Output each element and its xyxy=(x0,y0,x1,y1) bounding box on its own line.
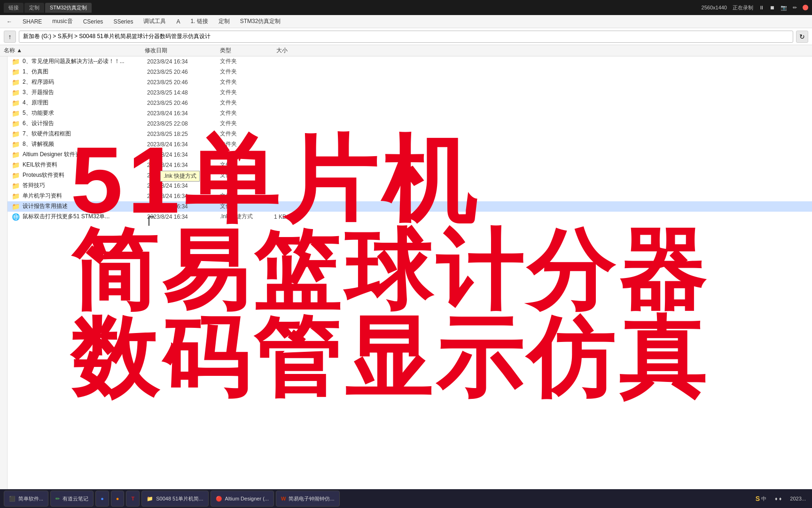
menu-bar: ← SHARE music音 CSeries SSeries 调试工具 A 1.… xyxy=(0,15,812,28)
col-date-header[interactable]: 修改日期 xyxy=(145,47,220,55)
taskbar-item-t[interactable]: T xyxy=(126,491,140,507)
tab-stm32[interactable]: STM32仿真定制 xyxy=(45,3,92,13)
recording-status: 正在录制 xyxy=(733,4,753,11)
menu-sseries[interactable]: SSeries xyxy=(109,17,138,26)
file-date: 2023/8/25 20:46 xyxy=(147,69,220,75)
file-type: 文件夹 xyxy=(220,130,274,138)
file-type: 文件夹 xyxy=(220,202,274,210)
menu-custom[interactable]: 定制 xyxy=(214,16,234,27)
table-row[interactable]: 📁 答辩技巧 2023/8/24 16:34 文件夹 xyxy=(8,181,812,191)
explorer-main: 📁 0、常见使用问题及解决方法--必读！！... 2023/8/24 16:34… xyxy=(0,56,812,489)
taskbar-item-blue[interactable]: ● xyxy=(95,491,109,507)
file-name: 0、常见使用问题及解决方法--必读！！... xyxy=(23,57,147,65)
time-label: 2023... xyxy=(790,496,806,501)
table-row[interactable]: 📁 Altium Designer 软件资料 2023/8/24 16:34 文… xyxy=(8,150,812,160)
file-date: 2023/8/25 18:25 xyxy=(147,131,220,137)
pen-icon[interactable]: ✏ xyxy=(793,5,797,11)
file-date: 2023/8/24 16:34 xyxy=(147,214,220,220)
menu-share[interactable]: SHARE xyxy=(18,17,47,26)
file-icon: 📁 xyxy=(11,182,20,190)
dots-label: ♦ ♦ xyxy=(775,496,781,501)
table-row[interactable]: 📁 0、常见使用问题及解决方法--必读！！... 2023/8/24 16:34… xyxy=(8,56,812,67)
file-date: 2023/8/24 16:34 xyxy=(147,58,220,65)
table-row[interactable]: 📁 3、开题报告 2023/8/25 14:48 文件夹 xyxy=(8,87,812,98)
taskbar-lang[interactable]: S 中 xyxy=(753,494,769,503)
file-date: 2023/8/25 20:46 xyxy=(147,100,220,106)
taskbar-item-youdao[interactable]: ✏ 有道云笔记 xyxy=(50,491,94,507)
youdao-label: 有道云笔记 xyxy=(62,495,88,502)
file-type: .lnk 快捷方式 xyxy=(220,213,274,221)
taskbar-item-jianyi[interactable]: W 简易电子钟闹钟仿... xyxy=(276,491,340,507)
file-name: 单片机学习资料 xyxy=(23,192,147,200)
title-bar-right: 2560x1440 正在录制 ⏸ ⏹ 📷 ✏ xyxy=(702,4,808,11)
table-row[interactable]: 📁 KEIL软件资料 2023/8/24 16:34 文件夹 xyxy=(8,160,812,170)
file-name: 设计报告常用描述 xyxy=(23,202,147,210)
blue-icon: ● xyxy=(101,496,104,501)
file-name: Proteus软件资料 xyxy=(23,171,147,179)
menu-link[interactable]: 1. 链接 xyxy=(186,16,212,27)
table-row[interactable]: 📁 5、功能要求 2023/8/24 16:34 文件夹 xyxy=(8,108,812,119)
table-row[interactable]: 📁 4、原理图 2023/8/25 20:46 文件夹 xyxy=(8,98,812,108)
title-bar: 链接 定制 STM32仿真定制 2560x1440 正在录制 ⏸ ⏹ 📷 ✏ xyxy=(0,0,812,15)
file-name: 6、设计报告 xyxy=(23,119,147,127)
file-name: 5、功能要求 xyxy=(23,109,147,117)
table-row[interactable]: 📁 1、仿真图 2023/8/25 20:46 文件夹 xyxy=(8,67,812,77)
jianyi-label: 简易电子钟闹钟仿... xyxy=(289,495,334,502)
address-input[interactable]: 新加卷 (G:) > S系列 > S0048 51单片机简易篮球计分器数码管显示… xyxy=(19,31,793,43)
col-name-header[interactable]: 名称 ▲ xyxy=(4,47,145,55)
file-icon: 📁 xyxy=(11,140,20,149)
table-row[interactable]: 📁 Proteus软件资料 2023/8/24 16:34 文件夹 xyxy=(8,170,812,181)
menu-a[interactable]: A xyxy=(172,17,185,26)
file-type: 文件夹 xyxy=(220,88,274,96)
file-type: 文件夹 xyxy=(220,192,274,200)
col-size-header[interactable]: 大小 xyxy=(276,47,323,55)
tab-1[interactable]: 链接 xyxy=(4,3,23,13)
table-row[interactable]: 📁 6、设计报告 2023/8/25 22:08 文件夹 xyxy=(8,119,812,129)
file-name: 鼠标双击打开找更多51 STM32单... xyxy=(23,213,147,221)
file-name: 8、讲解视频 xyxy=(23,140,147,148)
table-row[interactable]: 📁 单片机学习资料 2023/8/24 16:34 文件夹 xyxy=(8,191,812,201)
tab-2[interactable]: 定制 xyxy=(24,3,44,13)
tooltip: .lnk 快捷方式 xyxy=(160,171,200,182)
file-date: 2023/8/24 16:34 xyxy=(147,183,220,189)
file-date: 2023/8/24 16:34 xyxy=(147,203,220,210)
pause-icon[interactable]: ⏸ xyxy=(759,5,764,10)
close-button[interactable] xyxy=(803,5,808,10)
col-type-header[interactable]: 类型 xyxy=(220,47,276,55)
file-type: 文件夹 xyxy=(220,140,274,148)
address-bar: ↑ 新加卷 (G:) > S系列 > S0048 51单片机简易篮球计分器数码管… xyxy=(0,28,812,45)
table-row[interactable]: 🌐 鼠标双击打开找更多51 STM32单... 2023/8/24 16:34 … xyxy=(8,212,812,222)
file-icon: 📁 xyxy=(11,151,20,159)
file-icon: 📁 xyxy=(11,68,20,76)
camera-icon[interactable]: 📷 xyxy=(781,5,787,11)
taskbar-item-altium[interactable]: 🔴 Altium Designer (... xyxy=(211,491,274,507)
menu-back[interactable]: ← xyxy=(2,17,17,26)
title-tabs: 链接 定制 STM32仿真定制 xyxy=(4,3,702,13)
file-date: 2023/8/24 16:34 xyxy=(147,110,220,117)
taskbar-item-software[interactable]: ⬛ 简单软件... xyxy=(4,491,48,507)
stop-icon[interactable]: ⏹ xyxy=(770,5,775,10)
file-name: KEIL软件资料 xyxy=(23,161,147,169)
left-sidebar xyxy=(0,56,8,489)
nav-up-button[interactable]: ↑ xyxy=(4,31,16,43)
file-date: 2023/8/24 16:34 xyxy=(147,141,220,148)
file-name: 答辩技巧 xyxy=(23,182,147,190)
file-icon: 📁 xyxy=(11,88,20,97)
taskbar-dots[interactable]: ♦ ♦ xyxy=(773,495,784,502)
resolution: 2560x1440 xyxy=(702,5,727,10)
taskbar-item-s0048[interactable]: 📁 S0048 51单片机简... xyxy=(141,491,208,507)
table-row[interactable]: 📁 7、软硬件流程框图 2023/8/25 18:25 文件夹 xyxy=(8,129,812,139)
menu-cseries[interactable]: CSeries xyxy=(78,17,108,26)
table-row[interactable]: 📁 设计报告常用描述 2023/8/24 16:34 文件夹 xyxy=(8,201,812,212)
table-row[interactable]: 📁 2、程序源码 2023/8/25 20:46 文件夹 xyxy=(8,77,812,87)
file-icon: 📁 xyxy=(11,130,20,138)
taskbar-item-orange[interactable]: ● xyxy=(111,491,125,507)
menu-debug[interactable]: 调试工具 xyxy=(139,16,171,27)
menu-music[interactable]: music音 xyxy=(47,16,77,27)
taskbar: ⬛ 简单软件... ✏ 有道云笔记 ● ● T 📁 S0048 51单片机简..… xyxy=(0,489,812,508)
file-type: 文件夹 xyxy=(220,68,274,76)
file-icon: 🌐 xyxy=(11,213,20,221)
table-row[interactable]: 📁 8、讲解视频 2023/8/24 16:34 文件夹 xyxy=(8,139,812,150)
refresh-button[interactable]: ↻ xyxy=(796,31,808,43)
menu-stm32[interactable]: STM32仿真定制 xyxy=(235,16,286,27)
